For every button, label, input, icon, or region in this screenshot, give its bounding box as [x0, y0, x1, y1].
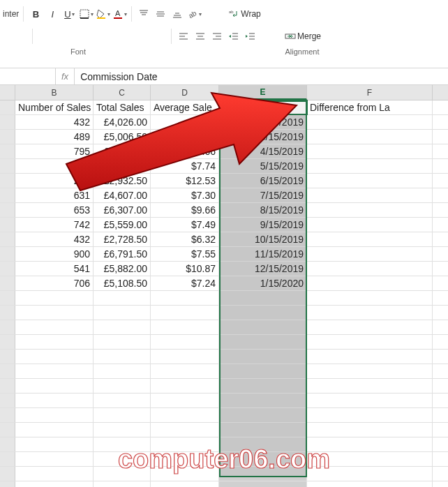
cell[interactable] [94, 437, 151, 451]
cell-sales[interactable]: 489 [15, 130, 94, 144]
cell[interactable] [94, 335, 151, 349]
cell-diff[interactable] [307, 174, 433, 188]
cell-total[interactable]: £6,307.00 [94, 203, 151, 217]
cell-diff[interactable] [307, 144, 433, 158]
row-header[interactable] [0, 394, 15, 407]
row-header[interactable] [0, 144, 15, 158]
column-header-b[interactable]: B [15, 85, 94, 100]
cell-date[interactable]: 4/15/2019 [219, 144, 307, 158]
cell-sales[interactable]: 541 [15, 262, 94, 276]
align-left-button[interactable] [176, 29, 191, 44]
cell-total[interactable]: £3,8 [94, 159, 151, 173]
name-box[interactable] [0, 68, 56, 84]
orientation-button[interactable]: ab▾ [186, 6, 202, 22]
cell[interactable] [219, 291, 307, 305]
cell[interactable] [219, 452, 307, 466]
cell[interactable] [151, 423, 219, 437]
cell[interactable] [15, 437, 94, 451]
cell[interactable] [151, 437, 219, 451]
cell-diff[interactable] [307, 247, 433, 261]
cell-sales[interactable]: 501 [15, 159, 94, 173]
cell-total[interactable]: £5,006.50 [94, 130, 151, 144]
cell-sales[interactable]: 742 [15, 218, 94, 232]
cell[interactable] [307, 481, 433, 487]
cell-header-date[interactable]: nission Date [219, 100, 307, 114]
cell[interactable] [219, 423, 307, 437]
row-header[interactable] [0, 423, 15, 437]
cell-date[interactable]: 8/15/2019 [219, 203, 307, 217]
cell-header-total[interactable]: Total Sales [94, 100, 151, 114]
cell[interactable] [94, 481, 151, 487]
cell[interactable] [94, 408, 151, 422]
row-header[interactable] [0, 291, 15, 305]
row-header[interactable] [0, 306, 15, 320]
cell-date[interactable]: 9/15/2019 [219, 218, 307, 232]
cell[interactable] [151, 408, 219, 422]
cell[interactable] [15, 394, 94, 407]
cell-date[interactable]: 5/15/2019 [219, 159, 307, 173]
cell-date[interactable]: 12/15/2019 [219, 262, 307, 276]
cell-total[interactable]: £2,932.50 [94, 174, 151, 188]
cell[interactable] [94, 306, 151, 320]
increase-indent-button[interactable] [243, 29, 258, 44]
cell-avg[interactable]: $7.49 [151, 218, 219, 232]
cell-date[interactable]: 2/15/2019 [219, 115, 307, 129]
row-header[interactable] [0, 130, 15, 144]
row-header[interactable] [0, 232, 15, 246]
cell[interactable] [219, 481, 307, 487]
row-header[interactable] [0, 100, 15, 114]
row-header[interactable] [0, 481, 15, 487]
fx-icon[interactable]: fx [56, 68, 75, 84]
cell-avg[interactable]: $7.24 [151, 276, 219, 290]
column-header-e[interactable]: E [219, 85, 307, 100]
cell-date[interactable]: 1/15/2020 [219, 276, 307, 290]
cell-diff[interactable] [307, 203, 433, 217]
cell-avg[interactable]: $7.74 [151, 159, 219, 173]
cell[interactable] [307, 467, 433, 481]
cell[interactable] [307, 364, 433, 378]
cell[interactable] [15, 481, 94, 487]
cell[interactable] [307, 350, 433, 364]
cell[interactable] [219, 335, 307, 349]
cell-diff[interactable] [307, 188, 433, 202]
cell-sales[interactable]: 795 [15, 144, 94, 158]
cell[interactable] [15, 364, 94, 378]
cell[interactable] [219, 364, 307, 378]
cell[interactable] [219, 306, 307, 320]
borders-button[interactable]: ▾ [78, 6, 94, 22]
cell-sales[interactable]: 234 [15, 174, 94, 188]
cell[interactable] [15, 320, 94, 334]
row-header[interactable] [0, 335, 15, 349]
row-header[interactable] [0, 452, 15, 466]
cell-diff[interactable] [307, 130, 433, 144]
cell-avg[interactable]: $7.30 [151, 188, 219, 202]
column-header-d[interactable]: D [151, 85, 219, 100]
cell[interactable] [219, 379, 307, 393]
cell[interactable] [151, 306, 219, 320]
cell-date[interactable]: 6/15/2019 [219, 174, 307, 188]
cell-total[interactable]: £5,108.50 [94, 276, 151, 290]
cell-date[interactable]: 3/15/2019 [219, 130, 307, 144]
cell[interactable] [15, 423, 94, 437]
row-header[interactable] [0, 276, 15, 290]
cell[interactable] [151, 467, 219, 481]
font-color-button[interactable]: A ▾ [112, 6, 127, 22]
cell-sales[interactable]: 432 [15, 115, 94, 129]
cell-diff[interactable] [307, 218, 433, 232]
cell[interactable] [151, 379, 219, 393]
cell[interactable] [151, 364, 219, 378]
cell[interactable] [15, 291, 94, 305]
cell-diff[interactable] [307, 115, 433, 129]
cell[interactable] [219, 408, 307, 422]
wrap-text-button[interactable]: ab Wrap [225, 6, 263, 22]
cell[interactable] [15, 467, 94, 481]
formula-input[interactable]: Commission Date [75, 68, 448, 84]
cell[interactable] [94, 394, 151, 407]
row-header[interactable] [0, 159, 15, 173]
cell-total[interactable]: £6,791.50 [94, 247, 151, 261]
cell[interactable] [151, 481, 219, 487]
row-header[interactable] [0, 437, 15, 451]
cell-diff[interactable] [307, 276, 433, 290]
cell[interactable] [15, 306, 94, 320]
cell-header-diff[interactable]: Difference from La [307, 100, 433, 114]
